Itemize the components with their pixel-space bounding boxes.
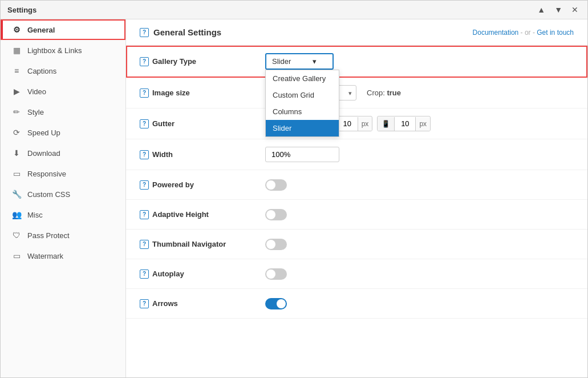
powered-by-toggle[interactable] xyxy=(265,179,287,191)
gutter-mobile-input[interactable] xyxy=(395,116,415,131)
documentation-link[interactable]: Documentation xyxy=(473,29,519,37)
dropdown-option-creative[interactable]: Creative Gallery xyxy=(266,70,339,87)
arrows-toggle[interactable] xyxy=(265,298,287,309)
gallery-type-label: ? Gallery Type xyxy=(140,57,265,66)
sidebar-label-video: Video xyxy=(27,87,46,96)
gallery-type-dropdown[interactable]: Slider ▾ Creative Gallery Custom Grid Co… xyxy=(265,53,334,70)
powered-by-label: ? Powered by xyxy=(140,180,265,190)
lightbox-icon: ▦ xyxy=(11,46,22,55)
sidebar-label-general: General xyxy=(27,26,55,34)
arrows-row: ? Arrows xyxy=(126,289,587,319)
sidebar-label-speedup: Speed Up xyxy=(27,128,60,137)
dropdown-option-slider[interactable]: Slider xyxy=(266,120,339,136)
width-help-icon[interactable]: ? xyxy=(140,150,149,159)
or-separator: - or - xyxy=(521,29,537,37)
title-bar-down-btn[interactable]: ▼ xyxy=(552,4,565,15)
autoplay-toggle[interactable] xyxy=(265,268,287,280)
sidebar-item-passprotect[interactable]: 🛡 Pass Protect xyxy=(1,225,125,246)
title-bar-up-btn[interactable]: ▲ xyxy=(535,4,548,15)
thumbnail-navigator-toggle[interactable] xyxy=(265,239,287,250)
general-settings-title: General Settings xyxy=(153,27,221,37)
width-label-text: Width xyxy=(152,150,173,159)
download-icon: ⬇ xyxy=(11,148,22,158)
adaptive-height-label: ? Adaptive Height xyxy=(140,210,265,219)
sidebar-label-lightbox: Lightbox & Links xyxy=(27,46,82,55)
dropdown-current-value: Slider xyxy=(272,57,291,66)
main-layout: ⚙ General ▦ Lightbox & Links ≡ Captions … xyxy=(1,19,587,377)
image-size-row: ? Image size ▾ Crop: true xyxy=(126,78,587,108)
sidebar-item-video[interactable]: ▶ Video xyxy=(1,81,125,102)
gutter-mobile: 📱 px xyxy=(377,116,431,131)
sidebar-label-download: Download xyxy=(27,149,60,158)
powered-by-label-text: Powered by xyxy=(152,180,194,189)
sidebar-item-general[interactable]: ⚙ General xyxy=(1,19,125,40)
thumbnail-navigator-help-icon[interactable]: ? xyxy=(140,240,149,249)
arrows-control xyxy=(265,298,287,309)
width-input[interactable] xyxy=(265,147,339,162)
dropdown-option-columns[interactable]: Columns xyxy=(266,103,339,120)
crop-value: true xyxy=(387,89,401,97)
content-header-title: ? General Settings xyxy=(140,27,221,37)
gutter-label-text: Gutter xyxy=(152,119,175,128)
adaptive-height-help-icon[interactable]: ? xyxy=(140,210,149,219)
sidebar-item-style[interactable]: ✏ Style xyxy=(1,102,125,122)
customcss-icon: 🔧 xyxy=(11,190,22,199)
dropdown-chevron-icon: ▾ xyxy=(313,57,317,66)
sidebar-item-responsive[interactable]: ▭ Responsive xyxy=(1,163,125,184)
autoplay-label: ? Autoplay xyxy=(140,270,265,279)
gutter-tablet-input[interactable] xyxy=(337,116,358,131)
gutter-mobile-unit: px xyxy=(415,117,430,131)
header-help-icon[interactable]: ? xyxy=(140,28,149,37)
powered-by-control xyxy=(265,179,287,191)
width-label: ? Width xyxy=(140,150,265,159)
adaptive-height-label-text: Adaptive Height xyxy=(152,210,209,219)
gutter-row: ? Gutter 🖥 px ▭ px xyxy=(126,108,587,139)
thumbnail-navigator-control xyxy=(265,239,287,250)
adaptive-height-row: ? Adaptive Height xyxy=(126,200,587,230)
width-control xyxy=(265,147,339,162)
sidebar-item-lightbox[interactable]: ▦ Lightbox & Links xyxy=(1,40,125,61)
image-size-label: ? Image size xyxy=(140,89,265,98)
get-in-touch-link[interactable]: Get in touch xyxy=(537,29,574,37)
thumbnail-navigator-label-text: Thumbnail Navigator xyxy=(152,240,226,248)
sidebar-item-captions[interactable]: ≡ Captions xyxy=(1,61,125,81)
settings-section: ? Gallery Type Slider ▾ Creative Gallery… xyxy=(126,46,587,319)
mobile-icon: 📱 xyxy=(378,117,395,131)
gallery-type-label-text: Gallery Type xyxy=(152,57,196,66)
sidebar-item-watermark[interactable]: ▭ Watermark xyxy=(1,246,125,266)
autoplay-help-icon[interactable]: ? xyxy=(140,270,149,279)
sidebar-label-responsive: Responsive xyxy=(27,170,66,178)
gear-icon: ⚙ xyxy=(11,25,22,34)
gallery-type-control: Slider ▾ Creative Gallery Custom Grid Co… xyxy=(265,53,334,70)
header-links: Documentation - or - Get in touch xyxy=(473,29,574,37)
content-area: ? General Settings Documentation - or - … xyxy=(126,19,587,377)
powered-by-help-icon[interactable]: ? xyxy=(140,180,149,190)
thumbnail-navigator-row: ? Thumbnail Navigator xyxy=(126,230,587,259)
dropdown-display[interactable]: Slider ▾ xyxy=(265,53,334,70)
app-window: Settings ▲ ▼ ✕ ⚙ General ▦ Lightbox & Li… xyxy=(0,0,588,378)
thumbnail-navigator-label: ? Thumbnail Navigator xyxy=(140,240,265,249)
gallery-type-help-icon[interactable]: ? xyxy=(140,57,149,66)
gutter-help-icon[interactable]: ? xyxy=(140,119,149,128)
speedup-icon: ⟳ xyxy=(11,128,22,137)
image-size-help-icon[interactable]: ? xyxy=(140,89,149,98)
gutter-tablet-unit: px xyxy=(358,117,372,131)
crop-label: Crop: true xyxy=(367,89,401,97)
sidebar-item-speedup[interactable]: ⟳ Speed Up xyxy=(1,122,125,143)
powered-by-row: ? Powered by xyxy=(126,170,587,200)
autoplay-row: ? Autoplay xyxy=(126,259,587,289)
sidebar-item-misc[interactable]: 👥 Misc xyxy=(1,204,125,225)
autoplay-control xyxy=(265,268,287,280)
adaptive-height-toggle[interactable] xyxy=(265,209,287,220)
sidebar-item-customcss[interactable]: 🔧 Custom CSS xyxy=(1,184,125,204)
sidebar-label-style: Style xyxy=(27,108,44,116)
arrows-help-icon[interactable]: ? xyxy=(140,299,149,308)
style-icon: ✏ xyxy=(11,107,22,116)
title-bar-close-btn[interactable]: ✕ xyxy=(569,4,581,15)
content-header: ? General Settings Documentation - or - … xyxy=(126,19,587,46)
sidebar-item-download[interactable]: ⬇ Download xyxy=(1,143,125,163)
captions-icon: ≡ xyxy=(11,66,22,75)
gutter-label: ? Gutter xyxy=(140,119,265,128)
title-bar-title: Settings xyxy=(7,6,37,14)
dropdown-option-custom[interactable]: Custom Grid xyxy=(266,87,339,103)
